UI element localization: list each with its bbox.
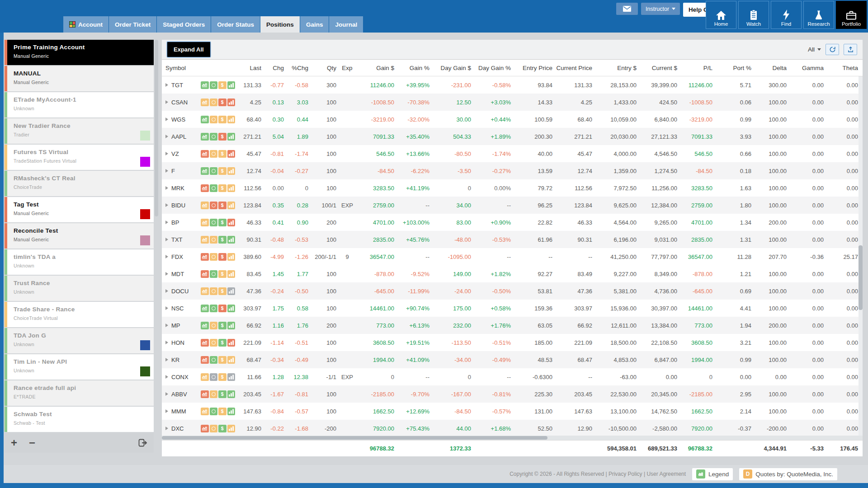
nav-tab-order-status[interactable]: Order Status [211,16,260,33]
sidebar-account-item[interactable]: Trade Share - RanceChoiceTrade Virtual [5,302,154,327]
sidebar-account-item[interactable]: Rance etrade full apiE*TRADE [5,380,154,406]
dollar-icon[interactable]: $ [218,322,226,329]
bars-icon[interactable] [227,356,236,364]
bars-icon[interactable] [227,150,236,158]
dollar-icon[interactable]: $ [218,236,226,244]
nav-tab-journal[interactable]: Journal [329,16,363,33]
sidebar-account-item[interactable]: New Tradier RanceTradier [5,118,154,144]
dollar-icon[interactable]: $ [218,356,226,364]
nav-tab-account[interactable]: Account [63,16,108,33]
bars-icon[interactable] [227,287,236,295]
position-row-f[interactable]: F$12.74-0.04-0.27100-84.50-6.22%-3.50-0.… [162,162,863,179]
column-header-delta[interactable]: Delta [753,65,788,71]
chart-icon[interactable] [201,408,209,415]
position-row-vz[interactable]: VZ$45.47-0.81-1.74100546.50+13.66%-80.50… [162,145,863,162]
chart-icon[interactable] [201,202,209,209]
table-horizontal-scrollbar[interactable] [162,436,863,440]
user-agreement-link[interactable]: User Agreement [646,471,686,477]
column-header-gamma[interactable]: Gamma [788,65,826,71]
column-header-qty[interactable]: Qty [310,65,338,71]
position-row-fdx[interactable]: FDX$389.60-4.99-1.26200/-1/1936547.00---… [162,248,863,265]
expand-row-icon[interactable] [165,135,168,138]
dollar-icon[interactable]: $ [218,81,226,89]
dollar-icon[interactable]: $ [218,390,226,398]
chart-icon[interactable] [201,253,209,261]
bars-icon[interactable] [227,219,236,226]
chart-icon[interactable] [201,373,209,381]
sidebar-account-item[interactable]: Prime Training AccountManual Generic [5,40,154,65]
expand-row-icon[interactable] [165,375,168,379]
circle-icon[interactable] [210,81,218,89]
dollar-icon[interactable]: $ [218,133,226,141]
chart-icon[interactable] [201,425,209,432]
position-row-conx[interactable]: CONX$11.661.2812.38-1/1EXP0--0---0.6300-… [162,368,863,385]
bars-icon[interactable] [227,390,236,398]
column-header-entry-$[interactable]: Entry $ [594,65,638,71]
circle-icon[interactable] [210,253,218,261]
expand-row-icon[interactable] [165,255,168,258]
chart-icon[interactable] [201,167,209,175]
column-header-chg[interactable]: Chg [263,65,286,71]
sidebar-account-item[interactable]: Trust RanceUnknown [5,276,154,301]
sidebar-account-item[interactable]: timlin's TDA aUnknown [5,249,154,275]
export-accounts-button[interactable] [138,439,147,447]
circle-icon[interactable] [210,219,218,226]
bars-icon[interactable] [227,425,236,432]
circle-icon[interactable] [210,270,218,278]
expand-row-icon[interactable] [165,169,168,173]
nav-tab-staged-orders[interactable]: Staged Orders [157,16,211,33]
column-header-symbol[interactable]: Symbol [165,65,237,71]
refresh-button[interactable] [826,44,839,55]
circle-icon[interactable] [210,184,218,192]
expand-row-icon[interactable] [165,152,168,155]
position-row-docu[interactable]: DOCU$47.36-0.24-0.50100-645.00-11.99%-24… [162,282,863,300]
column-header-exp[interactable]: Exp [338,65,358,71]
add-account-button[interactable]: + [11,437,17,448]
position-row-nsc[interactable]: NSC$303.971.750.5810014461.00+90.74%175.… [162,300,863,317]
dollar-icon[interactable]: $ [218,339,226,347]
position-row-csan[interactable]: CSAN$4.250.133.03100-1008.50-70.38%12.50… [162,94,863,111]
dollar-icon[interactable]: $ [218,219,226,226]
dollar-icon[interactable]: $ [218,373,226,381]
bars-icon[interactable] [227,305,236,312]
position-row-bidu[interactable]: BIDU$123.840.350.28100/1EXP2759.00--34.0… [162,197,863,214]
chart-icon[interactable] [201,339,209,347]
sidebar-scrollbar[interactable] [155,40,158,432]
sidebar-account-item[interactable]: TDA Jon GUnknown [5,328,154,353]
chart-icon[interactable] [201,390,209,398]
dollar-icon[interactable]: $ [218,116,226,123]
bars-icon[interactable] [227,81,236,89]
bars-icon[interactable] [227,99,236,106]
dollar-icon[interactable]: $ [218,287,226,295]
column-header-theta[interactable]: Theta [826,65,860,71]
bars-icon[interactable] [227,167,236,175]
filter-dropdown[interactable]: All [808,46,821,53]
bars-icon[interactable] [227,202,236,209]
expand-row-icon[interactable] [165,392,168,396]
position-row-mrk[interactable]: MRK$112.560.0001003283.50+41.19%00.00%79… [162,179,863,197]
column-header-day-gain-%[interactable]: Day Gain % [473,65,513,71]
column-header-port-%[interactable]: Port % [714,65,753,71]
expand-row-icon[interactable] [165,100,168,104]
mail-button[interactable] [616,3,638,15]
sidebar-account-item[interactable]: RMasheck's CT RealChoiceTrade [5,171,154,196]
nav-tab-positions[interactable]: Positions [260,16,300,33]
position-row-mp[interactable]: MP$66.921.161.76200773.00+6.13%232.00+1.… [162,317,863,334]
chart-icon[interactable] [201,322,209,329]
expand-row-icon[interactable] [165,341,168,344]
dollar-icon[interactable]: $ [218,150,226,158]
export-button[interactable] [844,44,857,55]
bars-icon[interactable] [227,184,236,192]
chart-icon[interactable] [201,356,209,364]
nav-tab-order-ticket[interactable]: Order Ticket [109,16,156,33]
app-button-watch[interactable]: Watch [738,1,769,29]
position-row-mdt[interactable]: MDT$83.451.451.77100-878.00-9.52%149.00+… [162,265,863,282]
privacy-policy-link[interactable]: Privacy Policy [609,471,642,477]
circle-icon[interactable] [210,322,218,329]
position-row-bp[interactable]: BP$46.330.410.902004701.00+103.00%83.00+… [162,214,863,231]
sidebar-account-item[interactable]: Tag TestManual Generic [5,197,154,222]
expand-row-icon[interactable] [165,203,168,207]
dollar-icon[interactable]: $ [218,270,226,278]
bars-icon[interactable] [227,339,236,347]
chart-icon[interactable] [201,150,209,158]
